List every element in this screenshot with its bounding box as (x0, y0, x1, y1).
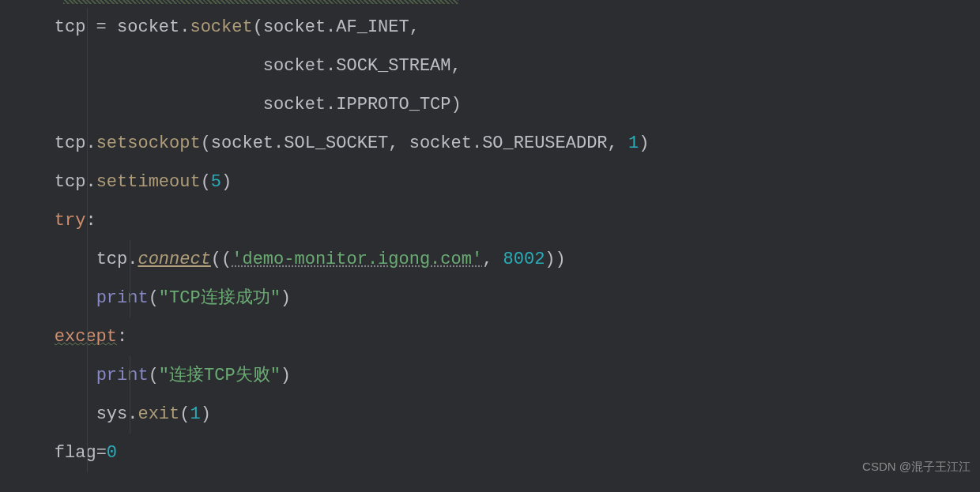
code-line[interactable]: except: (13, 317, 980, 356)
paren: ) (639, 133, 649, 153)
top-squiggle (63, 0, 458, 4)
code-area[interactable]: tcp = socket.socket(socket.AF_INET, sock… (0, 8, 980, 472)
code-editor[interactable]: tcp = socket.socket(socket.AF_INET, sock… (0, 0, 980, 472)
dot: . (326, 17, 336, 37)
keyword-try: try (55, 211, 86, 231)
dot: . (472, 133, 482, 153)
code-line[interactable]: socket.SOCK_STREAM, (13, 47, 980, 85)
indent (13, 327, 55, 347)
number: 5 (211, 172, 221, 192)
code-line[interactable]: tcp = socket.socket(socket.AF_INET, (13, 8, 980, 47)
variable: tcp (55, 17, 86, 37)
builtin-print: print (96, 366, 149, 385)
variable: tcp (55, 172, 86, 192)
number: 0 (107, 443, 117, 463)
constant: IPPROTO_TCP (336, 95, 450, 115)
indent (13, 366, 96, 385)
number: 1 (190, 404, 200, 424)
module: socket (263, 17, 326, 37)
comma: , (608, 133, 628, 153)
number: 8002 (503, 250, 545, 269)
editor-gutter (0, 0, 9, 492)
indent (13, 404, 96, 424)
paren: ) (201, 404, 211, 424)
operator: = (85, 17, 117, 37)
code-line[interactable]: print("TCP连接成功") (13, 279, 980, 317)
comma: , (451, 56, 462, 76)
function-call: socket (190, 17, 252, 37)
code-line[interactable]: tcp.setsockopt(socket.SOL_SOCKET, socket… (13, 124, 980, 163)
module: socket (211, 133, 273, 153)
paren: )) (545, 250, 565, 269)
paren: ) (281, 288, 291, 308)
code-line[interactable]: tcp.connect(('demo-monitor.igong.com', 8… (13, 240, 980, 279)
module: socket (263, 95, 326, 115)
code-line[interactable]: sys.exit(1) (13, 395, 980, 434)
number: 1 (628, 133, 639, 153)
comma: , (388, 133, 409, 153)
paren: ( (201, 172, 211, 192)
keyword-except: except (55, 327, 117, 347)
builtin-print: print (96, 288, 149, 308)
paren: ( (179, 404, 190, 424)
dot: . (326, 56, 336, 76)
constant: SOCK_STREAM (336, 56, 450, 76)
comma: , (409, 17, 420, 37)
variable: tcp (96, 250, 128, 269)
method-call: settimeout (96, 172, 201, 192)
indent (13, 211, 55, 231)
dot: . (179, 17, 190, 37)
indent (13, 95, 263, 115)
module: socket (117, 17, 179, 37)
string-literal: "TCP连接成功" (159, 288, 281, 308)
code-line[interactable]: flag=0 (13, 434, 980, 472)
paren: ) (451, 95, 462, 115)
indent (13, 288, 96, 308)
string-literal: 'demo-monitor.igong.com' (232, 250, 482, 269)
variable: flag (55, 443, 96, 463)
indent (13, 443, 55, 463)
module: socket (263, 56, 326, 76)
indent (13, 56, 263, 76)
module: socket (409, 133, 472, 153)
paren: ) (281, 366, 291, 385)
paren: ( (253, 17, 263, 37)
paren: ( (201, 133, 211, 153)
code-line[interactable]: try: (13, 201, 980, 240)
indent (13, 133, 55, 153)
dot: . (273, 133, 284, 153)
comma: , (482, 250, 503, 269)
code-line[interactable]: tcp.settimeout(5) (13, 163, 980, 201)
indent (13, 17, 55, 37)
operator: = (96, 443, 107, 463)
paren: ( (149, 366, 159, 385)
paren: ) (221, 172, 232, 192)
paren: (( (211, 250, 232, 269)
code-line[interactable]: socket.IPPROTO_TCP) (13, 85, 980, 124)
constant: SO_REUSEADDR (482, 133, 607, 153)
watermark: CSDN @混子王江江 (862, 447, 971, 486)
dot: . (326, 95, 336, 115)
colon: : (117, 327, 127, 347)
constant: SOL_SOCKET (284, 133, 388, 153)
code-line[interactable]: print("连接TCP失败") (13, 356, 980, 395)
indent (13, 250, 96, 269)
paren: ( (149, 288, 159, 308)
module: sys (96, 404, 128, 424)
variable: tcp (55, 133, 86, 153)
indent (13, 172, 55, 192)
method-call: exit (138, 404, 179, 424)
method-call: setsockopt (96, 133, 201, 153)
string-literal: "连接TCP失败" (159, 366, 281, 385)
method-call: connect (138, 250, 210, 269)
constant: AF_INET (336, 17, 409, 37)
